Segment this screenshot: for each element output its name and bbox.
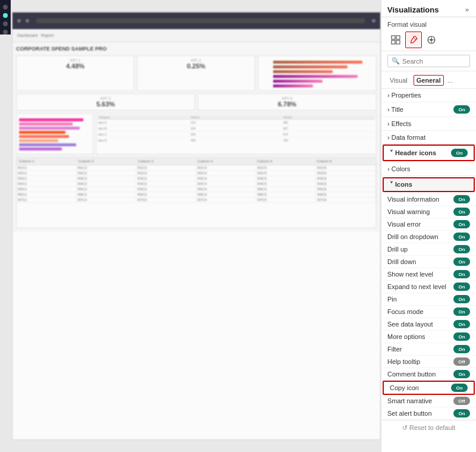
- kpi-row-2: KPI 3 5.63% KPI 4 6.78%: [16, 93, 377, 111]
- toggle-help-tooltip[interactable]: Off: [453, 357, 470, 366]
- search-box[interactable]: 🔍: [387, 55, 470, 67]
- panel-close-button[interactable]: »: [464, 5, 470, 14]
- sidebar-nav-2[interactable]: [3, 13, 8, 18]
- panel-header: Visualizations »: [381, 0, 476, 17]
- reset-to-default-button[interactable]: ↺ Reset to default: [381, 420, 476, 435]
- chart-area: Category Value1 Value2 Item A123456 Item…: [16, 113, 377, 155]
- toggle-smart-narrative[interactable]: Off: [453, 397, 470, 405]
- icon-visual-information: Visual information On: [381, 193, 476, 206]
- icons-section-label: ˅ Icons: [390, 181, 412, 189]
- icon-filter: Filter On: [381, 343, 476, 356]
- toggle-see-data-layout[interactable]: On: [453, 320, 470, 328]
- toggle-pin[interactable]: On: [453, 295, 470, 303]
- icon-show-next-level: Show next level On: [381, 268, 476, 281]
- format-icon-analytics[interactable]: [423, 32, 440, 48]
- section-colors[interactable]: › Colors: [381, 162, 476, 176]
- icon-set-alert-button: Set alert button On: [381, 407, 476, 420]
- effects-label: › Effects: [387, 120, 411, 127]
- section-data-format[interactable]: › Data format: [381, 131, 476, 145]
- toggle-filter[interactable]: On: [453, 345, 470, 353]
- icon-drill-up: Drill up On: [381, 243, 476, 256]
- kpi-card-6: KPI 4 6.78%: [198, 93, 377, 111]
- toggle-focus-mode[interactable]: On: [453, 307, 470, 316]
- search-section: 🔍: [381, 51, 476, 71]
- kpi-card-5: KPI 3 5.63%: [16, 93, 195, 111]
- section-header-icons[interactable]: ˅ Header icons On: [383, 145, 475, 161]
- copy-icon-label: Copy icon: [390, 384, 419, 391]
- icon-more-options: More options On: [381, 331, 476, 343]
- svg-rect-1: [396, 36, 400, 39]
- format-icon-paint[interactable]: [405, 32, 422, 48]
- tabs-row: Visual General ...: [381, 71, 476, 89]
- dash-tab: Dashboard Report: [17, 33, 375, 37]
- sidebar-nav-1[interactable]: [3, 5, 8, 10]
- icon-see-data-layout: See data layout On: [381, 318, 476, 331]
- icon-focus-mode: Focus mode On: [381, 306, 476, 318]
- toggle-visual-information[interactable]: On: [453, 195, 470, 203]
- section-title[interactable]: › Title On: [381, 102, 476, 117]
- toggle-set-alert-button[interactable]: On: [453, 409, 470, 418]
- icon-visual-warning: Visual warning On: [381, 206, 476, 218]
- toggle-show-next-level[interactable]: On: [453, 270, 470, 278]
- format-icon-grid[interactable]: [387, 32, 404, 48]
- toggle-expand-to-next-level[interactable]: On: [453, 282, 470, 291]
- toggle-copy-icon[interactable]: On: [451, 384, 468, 392]
- data-table: Column 1 Column 2 Column 3 Column 4 Colu…: [16, 157, 377, 228]
- kpi-card-1: KPI 1 4.48%: [16, 55, 134, 91]
- format-visual-section: Format visual: [381, 17, 476, 51]
- section-properties[interactable]: › Properties: [381, 89, 476, 102]
- icon-help-tooltip: Help tooltip Off: [381, 356, 476, 368]
- sidebar-nav-4[interactable]: [3, 30, 8, 34]
- dashboard-inner: Dashboard Report CORPORATE SPEND SAMPLE …: [12, 12, 381, 440]
- panel-title: Visualizations: [387, 5, 439, 14]
- toggle-visual-warning[interactable]: On: [453, 208, 470, 216]
- toggle-more-options[interactable]: On: [453, 332, 470, 341]
- title-toggle[interactable]: On: [453, 105, 470, 114]
- header-icons-toggle[interactable]: On: [451, 149, 468, 157]
- toggle-drill-on-dropdown[interactable]: On: [453, 233, 470, 241]
- icon-comment-button: Comment button On: [381, 368, 476, 381]
- report-title: CORPORATE SPEND SAMPLE PRO: [16, 46, 377, 52]
- tab-visual[interactable]: Visual: [387, 76, 410, 85]
- data-format-label: › Data format: [387, 134, 425, 141]
- search-icon: 🔍: [392, 57, 400, 65]
- icon-pin: Pin On: [381, 293, 476, 306]
- icon-expand-to-next-level: Expand to next level On: [381, 281, 476, 293]
- icon-drill-down: Drill down On: [381, 256, 476, 268]
- svg-rect-2: [392, 40, 395, 44]
- toggle-drill-up[interactable]: On: [453, 245, 470, 253]
- dashboard-area: Dashboard Report CORPORATE SPEND SAMPLE …: [0, 0, 381, 452]
- svg-line-4: [414, 37, 416, 40]
- kpi-card-3: [258, 55, 377, 91]
- kpi-card-2: KPI 2 0.25%: [137, 55, 255, 91]
- format-visual-label: Format visual: [387, 21, 470, 28]
- sidebar-nav-3[interactable]: [3, 21, 8, 26]
- svg-point-6: [430, 39, 433, 41]
- tab-more[interactable]: ...: [447, 77, 453, 84]
- left-sidebar: [0, 0, 11, 34]
- toggle-drill-down[interactable]: On: [453, 258, 470, 266]
- visualizations-panel: Visualizations » Format visual: [381, 0, 476, 452]
- icon-copy-icon: Copy icon On: [383, 381, 475, 395]
- search-input[interactable]: [402, 58, 466, 65]
- icon-smart-narrative: Smart narrative Off: [381, 395, 476, 407]
- svg-rect-0: [392, 36, 395, 39]
- properties-label: › Properties: [387, 92, 421, 99]
- icon-drill-on-dropdown: Drill on dropdown On: [381, 231, 476, 243]
- header-icons-label: ˅ Header icons: [390, 149, 436, 157]
- colors-label: › Colors: [387, 165, 411, 172]
- tab-general[interactable]: General: [414, 75, 444, 86]
- icon-visual-error: Visual error On: [381, 218, 476, 231]
- format-icons-row: [387, 32, 470, 48]
- kpi-row-1: KPI 1 4.48% KPI 2 0.25%: [16, 55, 377, 91]
- section-effects[interactable]: › Effects: [381, 117, 476, 131]
- icons-section-header[interactable]: ˅ Icons: [383, 177, 475, 192]
- title-label: › Title: [387, 106, 403, 113]
- toggle-comment-button[interactable]: On: [453, 370, 470, 378]
- svg-rect-3: [396, 40, 400, 44]
- toggle-visual-error[interactable]: On: [453, 220, 470, 228]
